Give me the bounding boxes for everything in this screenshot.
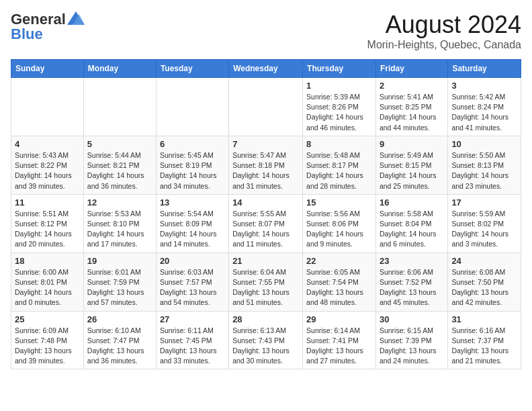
day-number: 25 <box>15 314 80 324</box>
day-info: Sunrise: 6:06 AM Sunset: 7:52 PM Dayligh… <box>380 267 444 308</box>
calendar-cell: 9Sunrise: 5:49 AM Sunset: 8:15 PM Daylig… <box>375 136 447 194</box>
weekday-header-thursday: Thursday <box>303 60 376 78</box>
day-number: 16 <box>380 197 444 208</box>
day-number: 8 <box>306 139 372 149</box>
day-number: 6 <box>160 139 225 149</box>
calendar-cell: 6Sunrise: 5:45 AM Sunset: 8:19 PM Daylig… <box>156 136 228 194</box>
week-row-4: 18Sunrise: 6:00 AM Sunset: 8:01 PM Dayli… <box>11 253 521 311</box>
location-title: Morin-Heights, Quebec, Canada <box>367 39 521 51</box>
week-row-3: 11Sunrise: 5:51 AM Sunset: 8:12 PM Dayli… <box>11 194 521 253</box>
day-number: 7 <box>232 139 299 149</box>
day-number: 12 <box>87 197 152 208</box>
day-number: 24 <box>451 256 517 266</box>
day-info: Sunrise: 6:01 AM Sunset: 7:59 PM Dayligh… <box>87 267 152 308</box>
day-number: 1 <box>306 81 372 91</box>
week-row-2: 4Sunrise: 5:43 AM Sunset: 8:22 PM Daylig… <box>11 136 521 194</box>
calendar-cell: 27Sunrise: 6:11 AM Sunset: 7:45 PM Dayli… <box>156 311 228 369</box>
day-info: Sunrise: 6:16 AM Sunset: 7:37 PM Dayligh… <box>451 326 517 367</box>
calendar-cell: 13Sunrise: 5:54 AM Sunset: 8:09 PM Dayli… <box>156 194 228 253</box>
calendar-cell <box>156 78 228 136</box>
weekday-header-row: SundayMondayTuesdayWednesdayThursdayFrid… <box>11 60 521 78</box>
calendar-cell: 3Sunrise: 5:42 AM Sunset: 8:24 PM Daylig… <box>448 78 521 136</box>
month-title: August 2024 <box>367 11 521 39</box>
calendar-cell: 19Sunrise: 6:01 AM Sunset: 7:59 PM Dayli… <box>83 253 156 311</box>
day-info: Sunrise: 5:39 AM Sunset: 8:26 PM Dayligh… <box>306 92 372 133</box>
day-info: Sunrise: 5:43 AM Sunset: 8:22 PM Dayligh… <box>15 150 80 191</box>
title-area: August 2024 Morin-Heights, Quebec, Canad… <box>367 11 521 51</box>
calendar-cell: 22Sunrise: 6:05 AM Sunset: 7:54 PM Dayli… <box>303 253 376 311</box>
day-info: Sunrise: 5:54 AM Sunset: 8:09 PM Dayligh… <box>160 209 225 250</box>
calendar-cell: 29Sunrise: 6:14 AM Sunset: 7:41 PM Dayli… <box>303 311 376 369</box>
weekday-header-tuesday: Tuesday <box>156 60 228 78</box>
calendar-cell: 28Sunrise: 6:13 AM Sunset: 7:43 PM Dayli… <box>229 311 303 369</box>
day-number: 26 <box>87 314 152 324</box>
calendar-cell: 4Sunrise: 5:43 AM Sunset: 8:22 PM Daylig… <box>11 136 84 194</box>
day-number: 30 <box>380 314 444 324</box>
weekday-header-friday: Friday <box>375 60 447 78</box>
weekday-header-wednesday: Wednesday <box>229 60 303 78</box>
day-info: Sunrise: 5:50 AM Sunset: 8:13 PM Dayligh… <box>451 150 517 191</box>
calendar-cell: 1Sunrise: 5:39 AM Sunset: 8:26 PM Daylig… <box>303 78 376 136</box>
day-info: Sunrise: 5:41 AM Sunset: 8:25 PM Dayligh… <box>380 92 444 133</box>
calendar-cell: 17Sunrise: 5:59 AM Sunset: 8:02 PM Dayli… <box>448 194 521 253</box>
calendar-cell: 15Sunrise: 5:56 AM Sunset: 8:06 PM Dayli… <box>303 194 376 253</box>
logo-icon <box>67 11 85 25</box>
calendar-cell: 21Sunrise: 6:04 AM Sunset: 7:55 PM Dayli… <box>229 253 303 311</box>
calendar-cell: 8Sunrise: 5:48 AM Sunset: 8:17 PM Daylig… <box>303 136 376 194</box>
day-info: Sunrise: 6:10 AM Sunset: 7:47 PM Dayligh… <box>87 326 152 367</box>
day-number: 4 <box>15 139 80 149</box>
day-info: Sunrise: 5:53 AM Sunset: 8:10 PM Dayligh… <box>87 209 152 250</box>
day-info: Sunrise: 5:47 AM Sunset: 8:18 PM Dayligh… <box>232 150 299 191</box>
day-number: 23 <box>380 256 444 266</box>
day-number: 18 <box>15 256 80 266</box>
calendar-cell: 11Sunrise: 5:51 AM Sunset: 8:12 PM Dayli… <box>11 194 84 253</box>
day-info: Sunrise: 5:45 AM Sunset: 8:19 PM Dayligh… <box>160 150 225 191</box>
calendar-cell: 25Sunrise: 6:09 AM Sunset: 7:48 PM Dayli… <box>11 311 84 369</box>
calendar-cell: 5Sunrise: 5:44 AM Sunset: 8:21 PM Daylig… <box>83 136 156 194</box>
day-info: Sunrise: 6:00 AM Sunset: 8:01 PM Dayligh… <box>15 267 80 308</box>
calendar-cell: 7Sunrise: 5:47 AM Sunset: 8:18 PM Daylig… <box>229 136 303 194</box>
calendar-cell: 26Sunrise: 6:10 AM Sunset: 7:47 PM Dayli… <box>83 311 156 369</box>
calendar-cell: 23Sunrise: 6:06 AM Sunset: 7:52 PM Dayli… <box>375 253 447 311</box>
week-row-1: 1Sunrise: 5:39 AM Sunset: 8:26 PM Daylig… <box>11 78 521 136</box>
weekday-header-monday: Monday <box>83 60 156 78</box>
day-info: Sunrise: 6:03 AM Sunset: 7:57 PM Dayligh… <box>160 267 225 308</box>
day-number: 31 <box>451 314 517 324</box>
day-info: Sunrise: 5:59 AM Sunset: 8:02 PM Dayligh… <box>451 209 517 250</box>
calendar-cell: 10Sunrise: 5:50 AM Sunset: 8:13 PM Dayli… <box>448 136 521 194</box>
day-info: Sunrise: 6:08 AM Sunset: 7:50 PM Dayligh… <box>451 267 517 308</box>
day-info: Sunrise: 5:51 AM Sunset: 8:12 PM Dayligh… <box>15 209 80 250</box>
day-info: Sunrise: 5:49 AM Sunset: 8:15 PM Dayligh… <box>380 150 444 191</box>
day-number: 19 <box>87 256 152 266</box>
calendar-cell: 24Sunrise: 6:08 AM Sunset: 7:50 PM Dayli… <box>448 253 521 311</box>
day-number: 9 <box>380 139 444 149</box>
day-number: 3 <box>451 81 517 91</box>
logo-blue: Blue <box>11 26 43 43</box>
day-info: Sunrise: 6:13 AM Sunset: 7:43 PM Dayligh… <box>232 326 299 367</box>
calendar-cell: 18Sunrise: 6:00 AM Sunset: 8:01 PM Dayli… <box>11 253 84 311</box>
day-number: 21 <box>232 256 299 266</box>
day-number: 27 <box>160 314 225 324</box>
logo: General Blue <box>11 11 85 43</box>
day-info: Sunrise: 5:48 AM Sunset: 8:17 PM Dayligh… <box>306 150 372 191</box>
calendar-cell <box>11 78 84 136</box>
calendar-cell: 14Sunrise: 5:55 AM Sunset: 8:07 PM Dayli… <box>229 194 303 253</box>
calendar-cell <box>83 78 156 136</box>
day-info: Sunrise: 5:42 AM Sunset: 8:24 PM Dayligh… <box>451 92 517 133</box>
day-info: Sunrise: 6:04 AM Sunset: 7:55 PM Dayligh… <box>232 267 299 308</box>
calendar-cell: 31Sunrise: 6:16 AM Sunset: 7:37 PM Dayli… <box>448 311 521 369</box>
day-number: 17 <box>451 197 517 208</box>
day-info: Sunrise: 6:09 AM Sunset: 7:48 PM Dayligh… <box>15 326 80 367</box>
day-number: 2 <box>380 81 444 91</box>
day-info: Sunrise: 6:15 AM Sunset: 7:39 PM Dayligh… <box>380 326 444 367</box>
page-header: General Blue August 2024 Morin-Heights, … <box>11 11 521 51</box>
day-number: 10 <box>451 139 517 149</box>
calendar-cell: 16Sunrise: 5:58 AM Sunset: 8:04 PM Dayli… <box>375 194 447 253</box>
day-number: 22 <box>306 256 372 266</box>
day-info: Sunrise: 6:05 AM Sunset: 7:54 PM Dayligh… <box>306 267 372 308</box>
calendar-cell: 2Sunrise: 5:41 AM Sunset: 8:25 PM Daylig… <box>375 78 447 136</box>
weekday-header-saturday: Saturday <box>448 60 521 78</box>
calendar-cell: 20Sunrise: 6:03 AM Sunset: 7:57 PM Dayli… <box>156 253 228 311</box>
week-row-5: 25Sunrise: 6:09 AM Sunset: 7:48 PM Dayli… <box>11 311 521 369</box>
day-number: 5 <box>87 139 152 149</box>
